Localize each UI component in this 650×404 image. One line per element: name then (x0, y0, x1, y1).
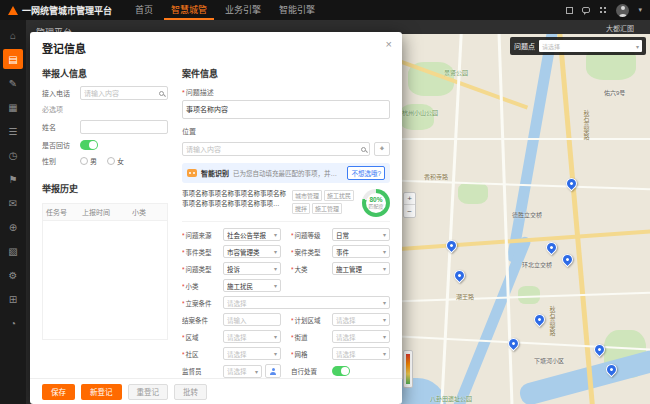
modal-title: 登记信息 (42, 40, 390, 56)
sidebar-item-edit[interactable]: ✎ (3, 73, 23, 93)
topbar-actions: ▾ (566, 4, 642, 17)
sidebar-item-home[interactable]: ⌂ (3, 25, 23, 45)
field-select[interactable]: 施工扰民▾ (223, 279, 281, 292)
reporter-column: 举报人信息 接入电话 请输入内容 必选项 姓名 是否回访 (42, 62, 168, 378)
chevron-down-icon: ▾ (636, 43, 639, 50)
chevron-down-icon[interactable]: ▾ (638, 6, 642, 14)
map-canvas[interactable]: 问题点 请选择 ▾ + − 景贤公园杭州小山公园佑六9号秋石高架路香积寺路德胜立… (400, 34, 650, 404)
field-label: *案件类型 (291, 247, 329, 257)
phone-input[interactable]: 请输入内容 (80, 86, 168, 100)
map-pin[interactable] (560, 252, 576, 268)
field-select[interactable]: 请选择▾ (223, 365, 262, 378)
section-history-title: 举报历史 (42, 182, 168, 195)
sidebar-item-stats[interactable]: ◔ (3, 313, 23, 333)
field-select[interactable]: 社会公告举报▾ (223, 228, 281, 241)
locate-button[interactable]: ⌖ (374, 142, 390, 156)
radio-male[interactable]: 男 (80, 156, 97, 166)
nav-item[interactable]: 业务引擎 (218, 0, 268, 20)
history-table: 任务号上报时间小类 (42, 203, 168, 340)
location-input[interactable]: 请输入内容 (182, 142, 370, 156)
chevron-down-icon: ▾ (383, 231, 386, 238)
ai-dismiss-button[interactable]: 不想选哦? (347, 166, 385, 180)
field-select[interactable]: 施工管理▾ (332, 262, 390, 275)
item-tag: 施工扰民 (324, 190, 354, 201)
field-select[interactable]: 日常▾ (332, 228, 390, 241)
expand-icon[interactable] (566, 7, 573, 14)
apps-icon[interactable] (599, 6, 607, 14)
field-label: 结案条件 (182, 315, 220, 325)
sidebar-item-add[interactable]: ⊕ (3, 217, 23, 237)
search-icon[interactable] (361, 147, 366, 152)
chevron-down-icon: ▾ (274, 231, 277, 238)
radio-female[interactable]: 女 (107, 156, 124, 166)
item-tag: 搅拌 (292, 203, 310, 214)
field-监督员: 监督员请选择▾ (182, 364, 281, 378)
sidebar-item-settings[interactable]: ⚙ (3, 265, 23, 285)
field-自行处置: 自行处置 (291, 364, 390, 378)
field-select[interactable]: 市容管理类▾ (223, 245, 281, 258)
revisit-toggle[interactable] (80, 140, 98, 150)
field-select[interactable]: 请选择▾ (332, 313, 390, 326)
field-select[interactable]: 请选择▾ (223, 330, 281, 343)
field-label: *事件类型 (182, 247, 220, 257)
avatar[interactable] (616, 4, 629, 17)
sidebar-item-flag[interactable]: ⚑ (3, 169, 23, 189)
field-街道: *街道请选择▾ (291, 330, 390, 343)
name-input[interactable] (80, 120, 168, 134)
map-pin[interactable] (452, 268, 468, 284)
field-select[interactable]: 投诉▾ (223, 262, 281, 275)
sidebar-item-apps[interactable]: ⊞ (3, 289, 23, 309)
zoom-out-button[interactable]: − (404, 205, 415, 217)
required-note: 必选项 (42, 104, 168, 114)
nav-item[interactable]: 智能引擎 (272, 0, 322, 20)
field-empty (291, 279, 390, 292)
self-handle-toggle[interactable] (332, 366, 350, 376)
sidebar-item-mail[interactable]: ✉ (3, 193, 23, 213)
search-icon[interactable] (159, 91, 164, 96)
map-label: 德胜立交桥 (512, 210, 542, 219)
map-pin[interactable] (532, 312, 548, 328)
ai-title: 智能识别 (201, 168, 229, 178)
field-select[interactable]: 请选择▾ (223, 347, 281, 360)
footer-button-保存[interactable]: 保存 (42, 384, 75, 400)
matched-item[interactable]: 事项名称事项名称事项名称事项名称 事项名称事项名称事项名称事项… 城市管理施工扰… (182, 189, 390, 222)
history-table-body (43, 221, 167, 339)
map-pin[interactable] (544, 240, 560, 256)
footer-button-重登记[interactable]: 重登记 (128, 384, 169, 400)
chevron-down-icon: ▾ (274, 282, 277, 289)
zoom-in-button[interactable]: + (404, 193, 415, 205)
message-icon[interactable] (582, 7, 590, 13)
field-select[interactable]: 事件▾ (332, 245, 390, 258)
history-table-header: 任务号上报时间小类 (43, 204, 167, 221)
desc-textarea[interactable]: 事项名称内容 (182, 100, 390, 119)
history-column-header: 任务号 (43, 204, 79, 220)
field-案件类型: *案件类型事件▾ (291, 245, 390, 258)
map-pin[interactable] (564, 176, 580, 192)
gender-label: 性别 (42, 156, 76, 166)
pick-person-button[interactable] (265, 364, 281, 378)
footer-button-批转[interactable]: 批转 (174, 384, 207, 400)
footer-button-新登记[interactable]: 新登记 (81, 384, 122, 400)
map-pin[interactable] (444, 238, 460, 254)
close-icon[interactable]: × (386, 39, 392, 50)
map-label: 八卦田遗址公园 (430, 394, 472, 403)
sidebar-item-case-register[interactable]: ▤ (3, 49, 23, 69)
sidebar-item-layers[interactable]: ▧ (3, 241, 23, 261)
field-结案条件: 结案条件请输入 (182, 313, 281, 326)
field-select[interactable]: 请选择▾ (332, 330, 390, 343)
history-column-header: 小类 (129, 204, 167, 220)
nav-item[interactable]: 智慧城管 (164, 0, 214, 20)
field-input[interactable]: 请输入 (223, 313, 281, 326)
field-label: *问题来源 (182, 230, 220, 240)
chevron-down-icon: ▾ (383, 248, 386, 255)
sidebar-item-history[interactable]: ◷ (3, 145, 23, 165)
gender-radio-group: 男 女 (80, 156, 124, 166)
field-select[interactable]: 请选择▾ (223, 296, 390, 309)
canal (447, 235, 532, 404)
map-filter-select[interactable]: 请选择 ▾ (539, 40, 642, 52)
match-gauge: 80% 匹配度 (362, 189, 390, 217)
sidebar-item-task-list[interactable]: ☰ (3, 121, 23, 141)
sidebar-item-dashboard[interactable]: ▦ (3, 97, 23, 117)
nav-item[interactable]: 首页 (128, 0, 160, 20)
field-select[interactable]: 请选择▾ (332, 347, 390, 360)
